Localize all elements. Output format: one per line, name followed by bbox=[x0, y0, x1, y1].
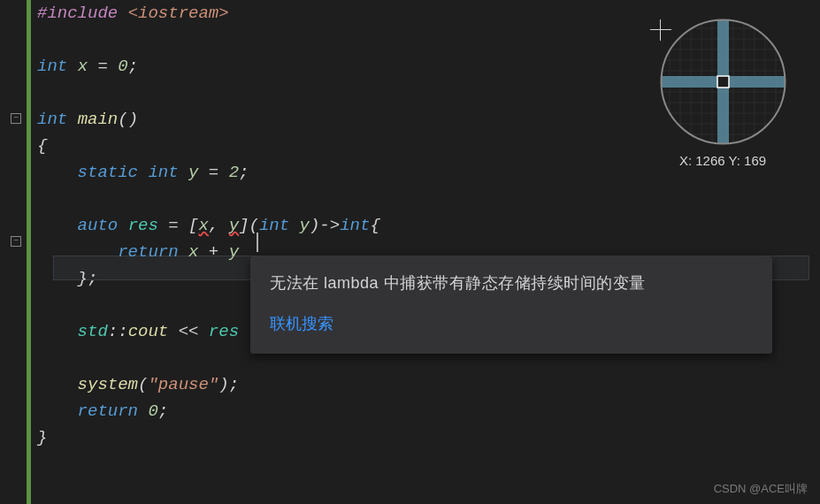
punct: () bbox=[118, 110, 138, 129]
operator: << bbox=[168, 322, 209, 341]
identifier: cout bbox=[128, 322, 169, 341]
variable: x bbox=[188, 242, 198, 262]
function: system bbox=[78, 375, 138, 394]
code-line bbox=[30, 186, 820, 212]
punct: ) bbox=[310, 216, 319, 235]
punct: ; bbox=[128, 57, 138, 76]
string: "pause" bbox=[148, 375, 218, 394]
capture-var-error: y bbox=[229, 216, 239, 235]
number: 0 bbox=[118, 57, 127, 76]
header-name: <iostream> bbox=[128, 4, 229, 23]
code-line: } bbox=[30, 424, 820, 451]
variable: res bbox=[209, 322, 239, 341]
error-message: 无法在 lambda 中捕获带有静态存储持续时间的变量 bbox=[270, 272, 753, 294]
code-line: system("pause"); bbox=[30, 371, 820, 398]
keyword: int bbox=[340, 216, 370, 235]
fold-toggle[interactable]: − bbox=[11, 113, 21, 124]
coord-label-x: X: bbox=[679, 153, 695, 168]
punct: [ bbox=[188, 216, 198, 235]
watermark: CSDN @ACE叫牌 bbox=[714, 481, 808, 497]
pixel-magnifier: X: 1266 Y: 169 bbox=[652, 18, 793, 168]
keyword: int bbox=[148, 163, 178, 182]
punct: { bbox=[370, 216, 379, 235]
keyword: int bbox=[37, 110, 67, 129]
operator: + bbox=[198, 242, 228, 262]
punct: ; bbox=[239, 163, 249, 182]
svg-rect-24 bbox=[717, 76, 729, 88]
number: 0 bbox=[148, 401, 157, 421]
punct: , bbox=[209, 216, 229, 235]
variable: x bbox=[78, 57, 88, 76]
keyword: auto bbox=[78, 216, 119, 235]
operator: = bbox=[158, 216, 188, 235]
param: y bbox=[300, 216, 310, 235]
keyword: int bbox=[259, 216, 289, 235]
preprocessor: #include bbox=[37, 4, 118, 23]
variable: res bbox=[128, 216, 158, 235]
magnifier-lens-icon bbox=[659, 18, 787, 146]
code-line: return 0; bbox=[30, 398, 820, 424]
punct: }; bbox=[78, 269, 98, 288]
coord-label-y: Y: bbox=[725, 153, 744, 168]
keyword: return bbox=[118, 242, 178, 262]
punct: ) bbox=[218, 375, 228, 394]
punct: ; bbox=[158, 401, 168, 421]
namespace: std bbox=[78, 322, 108, 341]
punct: ] bbox=[239, 216, 249, 235]
keyword: return bbox=[78, 401, 138, 421]
operator: = bbox=[88, 57, 118, 76]
operator: = bbox=[198, 163, 228, 182]
variable: y bbox=[188, 163, 198, 182]
keyword: static bbox=[78, 163, 138, 182]
fold-toggle[interactable]: − bbox=[11, 236, 21, 247]
gutter: − − bbox=[0, 0, 27, 504]
variable: y bbox=[229, 242, 239, 262]
punct: ( bbox=[138, 375, 148, 394]
function: main bbox=[78, 110, 119, 129]
error-tooltip: 无法在 lambda 中捕获带有静态存储持续时间的变量 联机搜索 bbox=[250, 256, 772, 354]
operator: -> bbox=[319, 216, 340, 235]
punct: ; bbox=[229, 375, 239, 394]
coord-y: 169 bbox=[744, 153, 766, 168]
code-line: auto res = [x, y](int y)->int{ bbox=[30, 212, 820, 239]
punct: { bbox=[37, 136, 47, 156]
punct: } bbox=[37, 428, 47, 447]
coord-x: 1266 bbox=[695, 153, 724, 168]
number: 2 bbox=[229, 163, 239, 182]
pixel-coordinates: X: 1266 Y: 169 bbox=[652, 153, 793, 168]
keyword: int bbox=[37, 57, 67, 76]
search-online-link[interactable]: 联机搜索 bbox=[270, 313, 753, 334]
capture-var-error: x bbox=[198, 216, 208, 235]
text-caret bbox=[257, 233, 258, 252]
punct: :: bbox=[108, 322, 128, 341]
